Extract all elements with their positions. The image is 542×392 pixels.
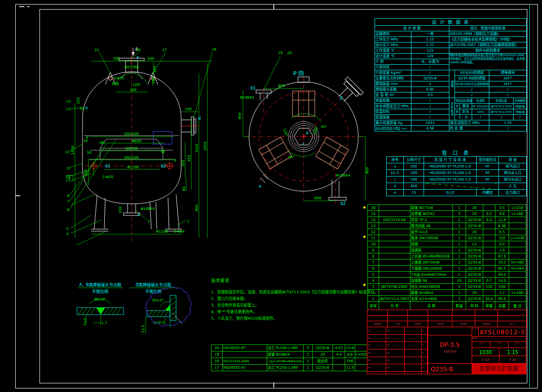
cell: 组合件 [313,358,333,365]
cell: 筒体 DN1500X6 [410,235,453,241]
detail-ab-title: A、B类焊接接头节点图 [79,282,121,287]
cell: 1 [453,290,466,296]
cell [379,290,410,296]
drawing-number: AYSL08012-0 [479,329,526,336]
cell: 3 [304,345,313,352]
cell: 1 [453,259,466,266]
cell: Q235-B [313,365,333,371]
rev-header-cell: ???? [428,321,452,327]
cell: 17 [212,365,223,371]
cell: 1.15 [411,37,449,42]
cell: 9 [368,247,379,253]
cell: 介 质 [375,59,411,65]
cell [509,223,526,229]
svg-text:45°: 45° [321,125,327,129]
cell: 全 容 积 m³ [375,93,411,98]
cell [483,235,495,241]
cell: 450 [404,183,424,190]
tb-stage-cell: ? ? ? [472,327,479,337]
cell [379,223,410,229]
electrode-header: 焊条牌号 [489,70,527,76]
svg-text:9: 9 [68,177,70,181]
cell: AB级Ⅰ级 [514,109,527,115]
sig-cell: ?? [386,334,405,342]
bom-star: ★ [362,234,366,239]
tb-weight-cell: 1030 [472,347,499,356]
cell: 20 [313,352,333,358]
svg-text:c: c [138,212,140,217]
note-line: 3、安全附件装设在配管上。 [211,302,363,309]
header-cell: 密封面形式 [477,157,499,163]
p-nozzle-e [260,175,268,183]
sig-cell: ?? [367,334,386,342]
cell: 100 [404,177,424,183]
svg-text:50±5°: 50±5° [152,298,164,302]
cell: 1.21 [411,42,449,48]
svg-text:Φ1100: Φ1100 [156,230,168,234]
hydro-label: 液压试验压力 MPa [449,120,489,126]
cell: 0.5 [495,229,509,235]
svg-text:b2: b2 [341,201,346,206]
cell: 排污水出口 [499,177,527,183]
cell: A [455,104,460,109]
drawing-title-obscured: 定期排污扩容器 [472,364,526,374]
detail-ab: A、B类焊接接头节点图 不按比例 60±5° 1.7 2±1 [77,282,123,326]
cell: 1 [453,235,466,241]
svg-text:均布: 均布 [112,81,119,86]
svg-text:900: 900 [238,112,242,119]
heat-value: / [489,126,527,132]
design-data-table: 设 计 数 据 表 设 计 参 数设计、制造与检验标准 容器类别一类GB150-… [374,18,527,132]
cell: 人孔(b-300)MH-XB450(A4SI-16) [267,358,304,365]
cell: 8 [368,253,379,259]
cell: RT 20%(≥250) [472,104,489,109]
cell: / [411,104,449,109]
p-view-title: P 向 [293,70,304,77]
cell [509,247,526,253]
cad-drawing-canvas: P 500 500 Φ273X8 a 150 100 3-Φ75 均布 120°… [0,0,542,392]
cell: 最大自重质量 Kg [375,120,411,126]
cell [379,205,410,211]
cell [483,253,495,259]
p-view: P 向 19 20 b1 Φ108X4 600 900 d b2 Φ108X4 … [228,48,380,207]
bom-header: 材 料 [466,302,483,310]
tb-drawing-no-cell: AYSL08012-0 [478,327,526,337]
cell: 人 孔 [499,183,527,190]
cell [379,247,410,253]
cell [509,253,526,259]
cell: 90.0 [495,296,509,302]
cell: 4.57 [333,345,345,352]
cell: / [455,93,489,98]
fab-note: 图样中未注明的焊接接头坡口形式及尺寸按HG20583-1998中的规定；法兰与接… [449,54,527,70]
svg-text:18: 18 [212,48,217,52]
cell: 20 [466,290,483,296]
cell: 0.2 [483,211,495,217]
cell: 1 [453,205,466,211]
cell: HG20592-97 PL100-1.0 [424,177,477,183]
cell: 3 [453,211,466,217]
cell: Q235-B [466,247,483,253]
cell [379,229,410,235]
ndt-header: 焊接接头种类 [455,98,472,104]
svg-text:500: 500 [147,57,154,61]
cell: / [489,115,514,120]
cell: 铭牌 [410,241,453,247]
svg-text:1.7: 1.7 [101,321,107,325]
svg-text:Φ650: Φ650 [132,139,142,143]
sig-cell: ?? [367,327,386,335]
svg-text:DN1500: DN1500 [124,132,139,136]
cell [483,272,495,278]
cell: 6 [368,266,379,272]
front-dim-lines [70,52,213,245]
svg-text:e: e [259,184,262,189]
svg-text:2-Φ20: 2-Φ20 [102,175,113,179]
cell: 320 [495,235,509,241]
cell: Q235-B [411,76,449,81]
cell: 介质密度 Kg/m³ [375,70,411,76]
selection-box [153,132,172,144]
svg-text:17: 17 [162,48,167,52]
svg-text:6: 6 [67,208,70,212]
header-cell: 用 途 [499,157,527,163]
cell: 上锥圈 DN750X6 [410,259,453,266]
tb-material-cell: Q235-B [427,363,472,374]
svg-text:11: 11 [66,166,71,170]
